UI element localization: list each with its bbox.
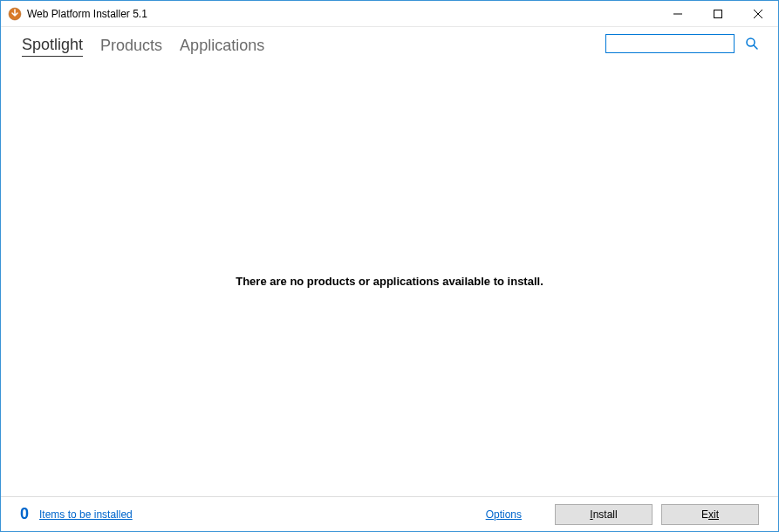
items-to-install-link[interactable]: Items to be installed <box>39 508 133 521</box>
install-count: 0 <box>20 505 29 523</box>
window-title: Web Platform Installer 5.1 <box>27 8 658 20</box>
app-window: Web Platform Installer 5.1 Spotlight Pro… <box>0 0 779 532</box>
tab-spotlight[interactable]: Spotlight <box>22 36 83 57</box>
window-controls <box>658 1 778 26</box>
install-button[interactable]: Install <box>555 504 653 525</box>
close-icon <box>754 10 762 18</box>
maximize-button[interactable] <box>698 1 738 26</box>
search-icon[interactable] <box>745 37 759 51</box>
empty-message: There are no products or applications av… <box>236 275 543 288</box>
minimize-button[interactable] <box>658 1 698 26</box>
main-content: There are no products or applications av… <box>1 65 778 496</box>
close-button[interactable] <box>738 1 778 26</box>
options-link[interactable]: Options <box>486 508 522 521</box>
exit-button[interactable]: Exit <box>661 504 759 525</box>
maximize-icon <box>714 10 722 18</box>
minimize-icon <box>673 10 682 18</box>
tab-products[interactable]: Products <box>100 37 162 57</box>
search-input[interactable] <box>605 34 735 53</box>
app-icon <box>8 7 22 21</box>
svg-rect-1 <box>714 10 722 17</box>
tab-applications[interactable]: Applications <box>180 37 264 57</box>
titlebar: Web Platform Installer 5.1 <box>1 1 778 27</box>
tab-bar: Spotlight Products Applications <box>1 27 778 65</box>
search-area <box>605 34 759 53</box>
footer: 0 Items to be installed Options Install … <box>1 496 778 531</box>
